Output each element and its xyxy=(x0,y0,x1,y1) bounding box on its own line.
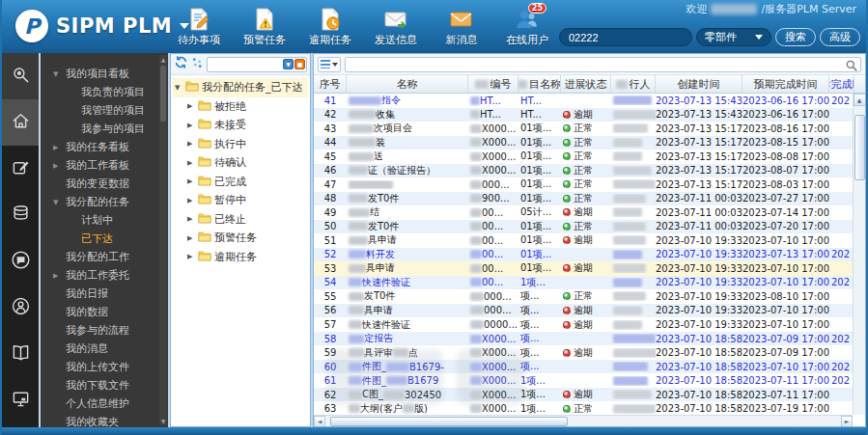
sidebar-item[interactable]: 计划中 xyxy=(41,211,168,230)
warning-task-button[interactable]: 预警任务 xyxy=(238,7,292,47)
tree-node[interactable]: ▶预警任务 xyxy=(173,229,308,248)
sidebar-item[interactable]: 我参与的流程 xyxy=(41,321,168,340)
tree-node[interactable]: ▶逾期任务 xyxy=(173,248,308,267)
table-row[interactable]: 53具申请00...01项...逾期2023-07-10 19:332023-0… xyxy=(314,261,865,276)
table-row[interactable]: 48发T0件900...01项...正常2023-07-11 00:032023… xyxy=(314,192,865,206)
org-chart-icon[interactable] xyxy=(191,55,204,73)
tree-node[interactable]: ▶未接受 xyxy=(173,116,308,135)
tree-node[interactable]: ▶已完成 xyxy=(173,173,308,192)
table-layout-button[interactable] xyxy=(318,57,341,72)
rail-sipm-search-button[interactable] xyxy=(2,53,39,99)
sidebar-item[interactable]: ▶我的任务看板 xyxy=(41,138,168,156)
tree-node[interactable]: ▶被拒绝 xyxy=(173,97,308,117)
sidebar-item[interactable]: 我的消息 xyxy=(41,340,168,358)
scroll-up-icon[interactable]: ▲ xyxy=(161,55,166,64)
table-row[interactable]: 49结00...05计...逾期2023-07-11 00:032023-07-… xyxy=(314,205,865,220)
table-row[interactable]: 44装X000...01项...正常2023-07-13 15:172023-0… xyxy=(314,136,865,150)
sidebar-item[interactable]: 我的上传文件 xyxy=(41,358,168,376)
table-row[interactable]: 51具申请00...01项...逾期2023-07-10 19:332023-0… xyxy=(314,233,865,248)
sidebar-item[interactable]: ▼我分配的任务 xyxy=(41,193,168,211)
rail-database-button[interactable] xyxy=(2,192,39,238)
rail-book-button[interactable] xyxy=(2,331,39,377)
table-row[interactable]: 57快速件验证0000...项...逾期2023-07-10 19:332023… xyxy=(314,317,865,332)
sidebar-item[interactable]: 我的变更数据 xyxy=(41,175,168,193)
column-header-label: 序号 xyxy=(320,77,341,92)
rail-support-button[interactable] xyxy=(2,285,39,331)
column-header[interactable]: 编号 xyxy=(468,75,518,93)
overdue-task-button[interactable]: 逾期任务 xyxy=(303,7,357,47)
table-row[interactable]: 50发T0件00...01项...正常2023-07-11 00:032023-… xyxy=(314,220,865,234)
search-category-select[interactable]: 零部件 xyxy=(696,28,771,46)
search-button[interactable]: 搜索 xyxy=(775,28,816,46)
sidebar-item[interactable]: 我管理的项目 xyxy=(41,101,168,120)
advanced-search-button[interactable]: 高级 xyxy=(820,28,860,46)
sidebar-item[interactable]: 已下达 xyxy=(41,230,168,248)
sidebar-scroll-thumb[interactable] xyxy=(160,66,166,122)
sidebar-scrollbar[interactable]: ▲▼ xyxy=(159,55,167,425)
column-header[interactable]: 创建时间 xyxy=(656,75,742,93)
refresh-icon[interactable] xyxy=(174,55,188,73)
table-row[interactable]: 42收集HT...HT...逾期2023-07-13 15:432023-06-… xyxy=(314,108,865,122)
table-row[interactable]: 58定报告X000...项...2023-07-10 18:582023-07-… xyxy=(314,332,865,346)
tree-filter-input[interactable]: ▼ ■ xyxy=(207,57,307,72)
sidebar-item[interactable]: ▼我的项目看板 xyxy=(41,65,168,83)
tree-root-node[interactable]: ▼我分配的任务_已下达 xyxy=(173,78,308,97)
table-row[interactable]: 52料开发00...01项...2023-07-10 19:332023-07-… xyxy=(314,248,865,262)
sidebar-item[interactable]: 我参与的项目 xyxy=(41,120,168,138)
book-icon xyxy=(12,343,30,366)
sidebar-item[interactable]: 我负责的项目 xyxy=(41,83,168,101)
column-header[interactable]: 进展状态 xyxy=(561,75,611,93)
column-header[interactable]: 序号 xyxy=(314,75,347,93)
table-row[interactable]: 46证（验证报告）X000...01项...正常2023-07-13 15:17… xyxy=(314,164,865,178)
column-header[interactable]: 目名称 xyxy=(518,75,561,93)
table-row[interactable]: 60件图_B1679-X000...项...2023-07-10 18:5820… xyxy=(314,360,865,374)
table-row[interactable]: 54快速件验证00...1项...2023-07-10 19:332023-07… xyxy=(314,276,865,290)
vertical-scrollbar[interactable]: ▲ xyxy=(853,94,865,415)
tree-filter-go-button[interactable]: ▼ xyxy=(283,59,294,69)
sidebar-item[interactable]: ▶我的工作看板 xyxy=(41,156,168,175)
tree-node[interactable]: ▶已终止 xyxy=(173,210,308,230)
scroll-up-icon[interactable]: ▲ xyxy=(854,94,866,106)
table-row[interactable]: 56具申请000...项...逾期2023-07-10 19:332023-07… xyxy=(314,304,865,318)
horizontal-scrollbar[interactable]: ◄ ► xyxy=(314,415,853,426)
table-search-input[interactable] xyxy=(345,57,861,72)
todo-doc-button[interactable]: 待办事项 xyxy=(172,7,226,47)
global-search-input[interactable] xyxy=(559,28,692,46)
table-row[interactable]: 61件图_B1679X000...1项...2023-07-10 18:5820… xyxy=(314,373,865,388)
table-row[interactable]: 45送X000...01项...正常2023-07-13 15:172023-0… xyxy=(314,150,865,164)
sidebar-item[interactable]: 我的日报 xyxy=(41,285,168,303)
table-row[interactable]: 41指令HT...HT...2023-07-13 15:432023-06-16… xyxy=(314,94,865,108)
column-header[interactable]: 行人 xyxy=(611,75,656,93)
table-row[interactable]: 47000...01项...正常2023-07-13 15:172023-08-… xyxy=(314,177,865,192)
column-header[interactable]: 名称 xyxy=(347,75,468,93)
tree-node[interactable]: ▶执行中 xyxy=(173,135,308,154)
scroll-left-icon[interactable]: ◄ xyxy=(314,416,325,427)
rail-monitor-button[interactable] xyxy=(2,377,39,423)
scroll-right-icon[interactable]: ► xyxy=(841,416,853,427)
new-message-button[interactable]: 新消息 xyxy=(434,7,489,47)
tree-filter-stop-button[interactable]: ■ xyxy=(294,59,305,69)
rail-chat-button[interactable] xyxy=(2,238,39,285)
tree-node[interactable]: ▶暂停中 xyxy=(173,191,308,210)
online-users-button[interactable]: 25在线用户 xyxy=(500,7,554,47)
scroll-down-icon[interactable]: ▼ xyxy=(161,417,166,425)
sidebar-item[interactable]: 个人信息维护 xyxy=(41,394,168,413)
sidebar-item[interactable]: 我的数据 xyxy=(41,303,168,321)
table-row[interactable]: 62C图_302450X000...1项...逾期2023-07-10 18:5… xyxy=(314,388,865,402)
column-header[interactable]: 预期完成时间 xyxy=(742,75,829,93)
rail-edit-button[interactable] xyxy=(2,146,39,192)
rail-home-button[interactable] xyxy=(2,99,39,146)
table-row[interactable]: 43次项目会X000...01项...正常2023-07-13 15:17202… xyxy=(314,122,865,136)
table-row[interactable]: 63大纲(客户版)X000...1项...正常2023-07-10 18:582… xyxy=(314,401,865,416)
table-row[interactable]: 55发T0件000...项...正常2023-07-10 19:332023-0… xyxy=(314,289,865,304)
tree-node[interactable]: ▶待确认 xyxy=(173,153,308,173)
horizontal-scroll-thumb[interactable] xyxy=(330,417,568,426)
column-header[interactable]: 实际完成时间 xyxy=(829,75,854,93)
sidebar-item[interactable]: 我分配的工作 xyxy=(41,248,168,266)
table-row[interactable]: 59具评审点X000...项...逾期2023-07-10 18:582023-… xyxy=(314,345,865,360)
vertical-scroll-thumb[interactable] xyxy=(854,115,865,180)
send-message-button[interactable]: 发送信息 xyxy=(369,7,423,47)
app-logo[interactable]: P SIPM PLM xyxy=(15,10,189,42)
sidebar-item[interactable]: ▶我的工作委托 xyxy=(41,266,168,285)
sidebar-item[interactable]: 我的下载文件 xyxy=(41,376,168,394)
